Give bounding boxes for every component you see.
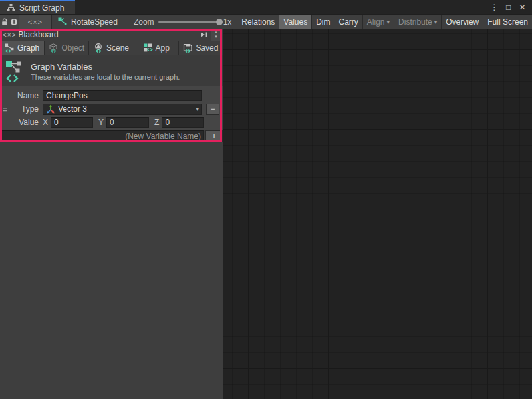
zoom-label: Zoom	[134, 17, 154, 27]
x-value-input[interactable]	[51, 117, 93, 128]
dim-label: Dim	[316, 17, 330, 27]
script-reference-button[interactable]: <×>	[19, 15, 52, 29]
window-tab-bar: Script Graph ⋮ □ ✕	[0, 0, 532, 14]
tab-bar-spacer	[75, 0, 489, 14]
variable-value-row: Value X Y Z	[0, 116, 223, 129]
overview-label: Overview	[446, 17, 479, 27]
window-controls: ⋮ □ ✕	[489, 0, 532, 14]
scene-tab-icon	[94, 43, 104, 53]
dim-button[interactable]: Dim	[312, 15, 334, 29]
x-axis-label: X	[43, 118, 48, 127]
info-button[interactable]	[9, 15, 19, 29]
panel-spinner[interactable]: ▲ ▼	[211, 29, 221, 41]
variable-name-row: Name	[0, 89, 223, 102]
lock-button[interactable]	[0, 15, 9, 29]
tab-object[interactable]: Object	[45, 41, 89, 55]
distribute-button[interactable]: Distribute ▾	[394, 15, 442, 29]
blackboard-icon: <×>	[3, 31, 17, 39]
align-label: Align	[367, 17, 385, 27]
section-description: These variables are local to the current…	[31, 73, 180, 81]
y-value-input[interactable]	[106, 117, 149, 128]
info-icon	[10, 18, 18, 26]
zoom-value: 1x	[223, 17, 232, 27]
carry-button[interactable]: Carry	[334, 15, 362, 29]
new-variable-input[interactable]	[1, 130, 204, 142]
tab-app[interactable]: App	[134, 41, 179, 55]
dock-icon[interactable]	[200, 31, 208, 39]
object-tab-icon	[49, 43, 59, 53]
carry-label: Carry	[338, 17, 358, 27]
fullscreen-button[interactable]: Full Screen	[483, 15, 532, 29]
graph-canvas[interactable]	[223, 29, 532, 399]
lock-icon	[1, 18, 9, 26]
type-label: Type	[7, 104, 39, 114]
graph-tab-icon	[5, 43, 15, 53]
align-button[interactable]: Align ▾	[363, 15, 394, 29]
editor-body: <×> Blackboard ▲ ▼	[0, 29, 532, 399]
relations-button[interactable]: Relations	[237, 15, 279, 29]
drag-handle[interactable]: =	[3, 105, 7, 114]
blackboard-tabs: Graph Object	[0, 41, 223, 55]
name-label: Name	[7, 91, 39, 100]
values-label: Values	[283, 17, 307, 27]
tab-script-graph[interactable]: Script Graph	[0, 0, 75, 14]
blackboard-panel: <×> Blackboard ▲ ▼	[0, 29, 223, 399]
tab-graph[interactable]: Graph	[0, 41, 45, 55]
scene-tab-label: Scene	[106, 43, 129, 53]
overview-button[interactable]: Overview	[442, 15, 483, 29]
window-menu-icon[interactable]: ⋮	[489, 3, 500, 12]
spin-down-icon[interactable]: ▼	[214, 35, 218, 39]
tab-title: Script Graph	[19, 3, 64, 13]
y-axis-label: Y	[98, 118, 104, 127]
maximize-icon[interactable]: □	[503, 3, 514, 12]
chevron-down-icon: ▾	[196, 106, 199, 112]
relations-label: Relations	[241, 17, 275, 27]
graph-toolbar: <×> RotateSpeed Zoom 1x Relations	[0, 14, 532, 29]
distribute-label: Distribute	[398, 17, 432, 27]
app-tab-label: App	[156, 43, 170, 53]
spin-up-icon[interactable]: ▲	[214, 30, 218, 35]
values-button[interactable]: Values	[279, 15, 312, 29]
new-variable-row: +	[0, 130, 223, 142]
sidebar-empty-area	[0, 142, 223, 399]
zoom-control: Zoom 1x	[124, 15, 237, 29]
type-dropdown[interactable]: Vector 3 ▾	[43, 104, 202, 115]
add-variable-button[interactable]: +	[205, 130, 223, 142]
toolbar-buttons: Relations Values Dim Carry Align ▾ Distr…	[237, 15, 532, 29]
chevron-down-icon: ▾	[434, 19, 438, 25]
tab-saved[interactable]: Saved	[179, 41, 223, 55]
script-graph-window: Script Graph ⋮ □ ✕	[0, 0, 532, 399]
section-title: Graph Variables	[31, 62, 180, 72]
section-text: Graph Variables These variables are loca…	[31, 62, 180, 81]
blackboard-title: Blackboard	[19, 30, 59, 39]
z-value-input[interactable]	[162, 117, 204, 128]
variable-editor: = Name Type	[0, 86, 223, 130]
zoom-slider[interactable]	[158, 21, 219, 23]
minus-icon: −	[210, 104, 215, 114]
close-icon[interactable]: ✕	[517, 3, 528, 12]
value-label: Value	[7, 118, 39, 127]
object-tab-label: Object	[61, 43, 84, 53]
saved-tab-icon	[183, 43, 193, 53]
zoom-slider-handle[interactable]	[216, 19, 223, 25]
variable-type-row: Type Vector 3	[0, 102, 223, 116]
tab-scene[interactable]: Scene	[89, 41, 134, 55]
plus-icon: +	[211, 131, 217, 141]
graph-breadcrumb[interactable]: RotateSpeed	[52, 15, 124, 29]
variable-name-input[interactable]	[43, 90, 202, 101]
z-axis-label: Z	[154, 118, 159, 127]
remove-variable-button[interactable]: −	[206, 104, 219, 115]
script-graph-tab-icon	[7, 4, 15, 11]
vector3-icon	[46, 104, 55, 114]
script-ref-icon: <×>	[28, 18, 43, 26]
graph-variables-section-header: Graph Variables These variables are loca…	[0, 55, 223, 86]
graph-tab-label: Graph	[17, 43, 39, 53]
chevron-down-icon: ▾	[387, 19, 390, 25]
graph-variables-icon	[5, 59, 25, 83]
graph-name-label: RotateSpeed	[71, 17, 118, 27]
type-value: Vector 3	[58, 104, 193, 114]
app-tab-icon	[143, 43, 153, 53]
saved-tab-label: Saved	[196, 43, 218, 53]
fullscreen-label: Full Screen	[487, 17, 528, 27]
graph-node-icon	[58, 17, 67, 26]
